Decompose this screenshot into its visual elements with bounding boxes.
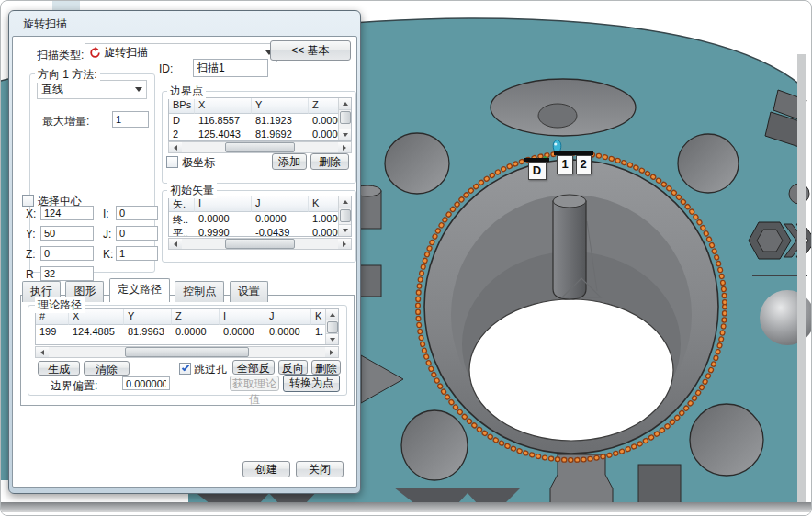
table-header-row: BPs X Y Z — [169, 98, 338, 114]
col-header: K — [311, 309, 325, 325]
delete-button[interactable]: 删除 — [310, 153, 349, 170]
table-row[interactable]: D 116.8557 81.1923 0.0000 — [169, 114, 338, 128]
max-increment-label: 最大增量: — [42, 114, 89, 129]
j-input[interactable] — [116, 226, 158, 241]
table-row[interactable]: 终.. 0.0000 0.0000 1.0000 — [169, 212, 338, 226]
scroll-left-icon[interactable] — [36, 347, 49, 357]
scroll-thumb[interactable] — [340, 209, 351, 222]
scroll-up-icon[interactable] — [326, 309, 339, 320]
dialog-client: 扫描类型: 旋转扫描 << 基本 ID: 方向 1 方法: 直线 最大增量: — [12, 36, 357, 488]
scroll-left-icon[interactable] — [169, 142, 182, 152]
scroll-right-icon[interactable] — [338, 142, 351, 152]
i-input[interactable] — [116, 206, 158, 220]
cell: 0.0000 — [309, 114, 338, 128]
theory-path-table[interactable]: # X Y Z I J K 199 124.4885 81.9963 0.000… — [35, 308, 339, 345]
table-row[interactable]: 平.. 0.9990 -0.0439 0.0000 — [169, 226, 338, 237]
direction-method-value: 直线 — [41, 82, 63, 97]
generate-button[interactable]: 生成 — [38, 361, 80, 376]
tab-control-points[interactable]: 控制点 — [175, 281, 224, 302]
scroll-thumb[interactable] — [340, 111, 351, 124]
basic-toggle-button[interactable]: << 基本 — [270, 40, 351, 61]
delete-path-button[interactable]: 删除 — [311, 360, 341, 375]
scroll-down-icon[interactable] — [326, 333, 339, 344]
scroll-thumb[interactable] — [225, 142, 296, 152]
boundary-points-group-label: 边界点 — [167, 84, 206, 99]
z-input[interactable] — [40, 246, 94, 261]
tab-settings[interactable]: 设置 — [230, 281, 268, 302]
dialog-titlebar[interactable]: 旋转扫描 — [12, 14, 357, 36]
horizontal-scrollbar[interactable] — [168, 141, 352, 153]
cell: 2 — [169, 128, 195, 141]
col-header: K — [309, 196, 338, 212]
k-input[interactable] — [116, 246, 158, 261]
cell: 81.9692 — [252, 128, 309, 141]
y-input[interactable] — [40, 226, 94, 241]
boundary-points-table[interactable]: BPs X Y Z D 116.8557 81.1923 0.0000 2 12… — [168, 97, 352, 141]
chevron-down-icon — [135, 87, 142, 92]
cell: 0.0000 — [220, 325, 265, 339]
scroll-down-icon[interactable] — [339, 129, 352, 140]
skip-hole-checkbox[interactable] — [179, 363, 191, 375]
id-input[interactable] — [193, 59, 268, 77]
initial-vector-table[interactable]: 矢. I J K 终.. 0.0000 0.0000 1.0000 平.. 0.… — [168, 196, 352, 237]
table-row[interactable]: 199 124.4885 81.9963 0.0000 0.0000 0.000… — [36, 325, 325, 339]
direction-method-combobox[interactable]: 直线 — [37, 80, 147, 99]
boundary-offset-label: 边界偏置: — [51, 378, 97, 394]
select-center-checkbox[interactable] — [22, 195, 34, 207]
col-header: I — [220, 309, 265, 325]
col-header: Z — [172, 309, 220, 325]
scroll-right-icon[interactable] — [325, 347, 338, 357]
vertical-scrollbar[interactable] — [325, 309, 338, 344]
col-header: BPs — [169, 98, 195, 114]
vertical-scrollbar[interactable] — [338, 98, 351, 140]
boundary-marker-2[interactable]: 2 — [573, 151, 593, 174]
tab-define-path[interactable]: 定义路径 — [109, 278, 170, 302]
table-row[interactable]: 2 125.4043 81.9692 0.0000 — [169, 128, 338, 141]
y-label: Y: — [26, 228, 36, 241]
reverse-all-button[interactable]: 全部反向 — [232, 360, 275, 375]
scroll-thumb[interactable] — [225, 239, 296, 249]
scroll-right-icon[interactable] — [338, 239, 351, 249]
cell: 0.0000 — [309, 128, 338, 141]
add-button[interactable]: 添加 — [272, 153, 307, 170]
scroll-up-icon[interactable] — [339, 98, 352, 110]
polar-checkbox[interactable] — [166, 156, 178, 168]
scroll-thumb[interactable] — [327, 321, 338, 333]
check-icon — [182, 364, 189, 372]
cell: 0.0000 — [195, 212, 252, 226]
k-label: K: — [103, 248, 113, 261]
reverse-button[interactable]: 反向 — [278, 360, 308, 375]
direction-group-label: 方向 1 方法: — [35, 67, 100, 83]
horizontal-scrollbar[interactable] — [35, 346, 339, 358]
skip-hole-label: 跳过孔 — [194, 362, 227, 377]
cell: 81.1923 — [252, 114, 309, 128]
convert-to-points-button[interactable]: 转换为点 — [283, 375, 340, 392]
cell: -0.0439 — [252, 226, 309, 237]
cell: 0.0000 — [172, 325, 220, 339]
z-label: Z: — [26, 248, 36, 261]
create-button[interactable]: 创建 — [242, 461, 290, 477]
max-increment-input[interactable] — [112, 111, 149, 128]
col-header: 矢. — [169, 196, 195, 212]
col-header: J — [265, 309, 311, 325]
cell: 1.0000 — [309, 212, 338, 226]
scroll-left-icon[interactable] — [169, 239, 182, 249]
col-header: J — [252, 196, 309, 212]
cell: 终.. — [169, 212, 195, 226]
rotary-scan-dialog: 旋转扫描 扫描类型: 旋转扫描 << 基本 ID: 方向 1 方法: 直线 — [8, 10, 361, 494]
scroll-down-icon[interactable] — [339, 224, 352, 236]
close-button[interactable]: 关闭 — [296, 461, 344, 477]
rotary-scan-icon — [89, 47, 101, 59]
col-header: X — [195, 98, 252, 114]
horizontal-scrollbar[interactable] — [168, 238, 352, 250]
clear-button[interactable]: 清除 — [84, 361, 130, 376]
boundary-marker-D[interactable]: D — [524, 158, 549, 180]
x-input[interactable] — [40, 206, 94, 220]
vertical-scrollbar[interactable] — [338, 196, 351, 236]
cell: 0.9990 — [195, 226, 252, 237]
scroll-up-icon[interactable] — [339, 196, 352, 208]
boundary-offset-input[interactable] — [122, 376, 170, 390]
scroll-thumb[interactable] — [125, 347, 249, 357]
get-theory-button: 获取理论值 — [230, 376, 279, 391]
cell: 116.8557 — [195, 114, 252, 128]
